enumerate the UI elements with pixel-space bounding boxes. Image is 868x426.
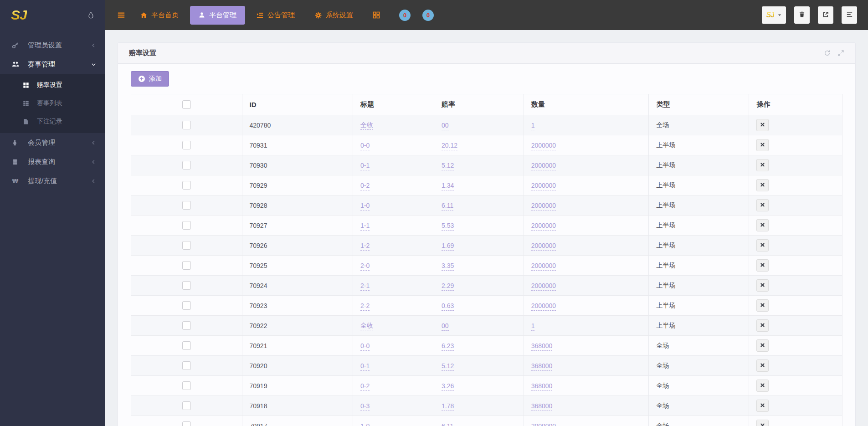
row-delete-button[interactable] xyxy=(756,319,769,332)
row-checkbox[interactable] xyxy=(182,421,191,426)
cell-quantity-link[interactable]: 2000000 xyxy=(531,202,556,210)
cell-odds-link[interactable]: 00 xyxy=(442,122,449,130)
cell-title-link[interactable]: 1-0 xyxy=(360,202,370,210)
cell-quantity-link[interactable]: 2000000 xyxy=(531,182,556,190)
cell-odds-link[interactable]: 1.34 xyxy=(442,182,454,190)
row-checkbox[interactable] xyxy=(182,121,191,129)
cell-odds-link[interactable]: 20.12 xyxy=(442,142,457,150)
cell-title-link[interactable]: 0-1 xyxy=(360,162,370,170)
row-checkbox[interactable] xyxy=(182,401,191,410)
cell-quantity-link[interactable]: 368000 xyxy=(531,402,553,411)
row-checkbox[interactable] xyxy=(182,201,191,210)
cell-odds-link[interactable]: 6.23 xyxy=(442,342,454,351)
nav-item-platform-manage[interactable]: 平台管理 xyxy=(190,6,245,25)
row-delete-button[interactable] xyxy=(756,339,769,352)
cell-odds-link[interactable]: 5.12 xyxy=(442,162,454,170)
cell-quantity-link[interactable]: 2000000 xyxy=(531,222,556,231)
sidebar-item-member-manage[interactable]: 会员管理 xyxy=(0,133,105,152)
row-checkbox[interactable] xyxy=(182,161,191,169)
cell-quantity-link[interactable]: 368000 xyxy=(531,362,553,371)
sidebar-item-admin-settings[interactable]: 管理员设置 xyxy=(0,36,105,55)
cell-odds-link[interactable]: 0.63 xyxy=(442,302,454,311)
cell-quantity-link[interactable]: 2000000 xyxy=(531,242,556,251)
row-checkbox[interactable] xyxy=(182,381,191,390)
droplet-icon[interactable] xyxy=(87,11,94,19)
cell-quantity-link[interactable]: 2000000 xyxy=(531,282,556,291)
row-checkbox[interactable] xyxy=(182,261,191,270)
cell-quantity-link[interactable]: 2000000 xyxy=(531,162,556,170)
layout-list-button[interactable] xyxy=(842,6,857,24)
cell-title-link[interactable]: 0-1 xyxy=(360,362,370,371)
sidebar-item-report-query[interactable]: 报表查询 xyxy=(0,152,105,171)
cell-quantity-link[interactable]: 368000 xyxy=(531,342,553,351)
cell-quantity-link[interactable]: 1 xyxy=(531,322,535,331)
apps-grid-button[interactable] xyxy=(365,7,387,23)
select-all-checkbox[interactable] xyxy=(182,100,191,109)
cell-odds-link[interactable]: 5.53 xyxy=(442,222,454,231)
cell-odds-link[interactable]: 5.12 xyxy=(442,362,454,371)
row-delete-button[interactable] xyxy=(756,279,769,292)
cell-title-link[interactable]: 全收 xyxy=(360,121,373,130)
cell-title-link[interactable]: 0-3 xyxy=(360,402,370,411)
cell-odds-link[interactable]: 6.11 xyxy=(442,422,453,426)
nav-item-system-settings[interactable]: 系统设置 xyxy=(306,6,362,25)
cell-title-link[interactable]: 2-0 xyxy=(360,262,370,271)
nav-item-platform-home[interactable]: 平台首页 xyxy=(132,6,187,25)
row-delete-button[interactable] xyxy=(756,139,769,151)
trash-button[interactable] xyxy=(794,6,810,24)
row-delete-button[interactable] xyxy=(756,239,769,251)
cell-title-link[interactable]: 1-2 xyxy=(360,242,370,251)
cell-title-link[interactable]: 2-2 xyxy=(360,302,370,311)
row-checkbox[interactable] xyxy=(182,181,191,190)
cell-title-link[interactable]: 0-0 xyxy=(360,142,370,150)
notification-badge-2[interactable]: 0 xyxy=(422,10,434,21)
sidebar-item-withdraw-deposit[interactable]: ₩ 提现/充值 xyxy=(0,171,105,190)
nav-item-announcement-manage[interactable]: 公告管理 xyxy=(248,6,303,25)
expand-icon[interactable] xyxy=(837,50,844,56)
external-link-button[interactable] xyxy=(818,6,833,24)
row-delete-button[interactable] xyxy=(756,259,769,272)
sidebar-subitem-bet-records[interactable]: 下注记录 xyxy=(0,113,105,131)
cell-title-link[interactable]: 1-1 xyxy=(360,222,370,231)
user-menu-button[interactable]: SJ xyxy=(762,6,786,24)
row-delete-button[interactable] xyxy=(756,119,769,131)
cell-title-link[interactable]: 全收 xyxy=(360,322,373,330)
cell-title-link[interactable]: 1-0 xyxy=(360,422,370,426)
cell-odds-link[interactable]: 1.69 xyxy=(442,242,454,251)
refresh-icon[interactable] xyxy=(824,50,831,56)
cell-odds-link[interactable]: 00 xyxy=(442,322,449,331)
row-checkbox[interactable] xyxy=(182,321,191,330)
cell-title-link[interactable]: 0-0 xyxy=(360,342,370,351)
sidebar-item-match-manage[interactable]: 赛事管理 xyxy=(0,55,105,74)
sidebar-subitem-odds-settings[interactable]: 赔率设置 xyxy=(0,76,105,94)
row-checkbox[interactable] xyxy=(182,281,191,290)
row-delete-button[interactable] xyxy=(756,159,769,171)
cell-quantity-link[interactable]: 2000000 xyxy=(531,302,556,311)
cell-odds-link[interactable]: 3.35 xyxy=(442,262,454,271)
cell-odds-link[interactable]: 3.26 xyxy=(442,382,454,391)
menu-toggle-button[interactable] xyxy=(117,11,125,19)
cell-odds-link[interactable]: 6.11 xyxy=(442,202,453,210)
cell-quantity-link[interactable]: 2000000 xyxy=(531,142,556,150)
row-delete-button[interactable] xyxy=(756,299,769,312)
row-checkbox[interactable] xyxy=(182,341,191,350)
row-checkbox[interactable] xyxy=(182,301,191,310)
row-checkbox[interactable] xyxy=(182,241,191,250)
row-delete-button[interactable] xyxy=(756,400,769,412)
row-checkbox[interactable] xyxy=(182,221,191,230)
cell-quantity-link[interactable]: 2000000 xyxy=(531,422,556,426)
row-checkbox[interactable] xyxy=(182,141,191,149)
cell-title-link[interactable]: 0-2 xyxy=(360,382,370,391)
cell-odds-link[interactable]: 1.78 xyxy=(442,402,454,411)
add-button[interactable]: 添加 xyxy=(131,71,169,87)
row-delete-button[interactable] xyxy=(756,420,769,426)
row-delete-button[interactable] xyxy=(756,219,769,231)
cell-title-link[interactable]: 2-1 xyxy=(360,282,370,291)
row-delete-button[interactable] xyxy=(756,359,769,372)
cell-quantity-link[interactable]: 2000000 xyxy=(531,262,556,271)
sidebar-subitem-match-list[interactable]: 赛事列表 xyxy=(0,94,105,113)
cell-title-link[interactable]: 0-2 xyxy=(360,182,370,190)
row-delete-button[interactable] xyxy=(756,380,769,392)
cell-quantity-link[interactable]: 1 xyxy=(531,122,535,130)
row-delete-button[interactable] xyxy=(756,179,769,191)
